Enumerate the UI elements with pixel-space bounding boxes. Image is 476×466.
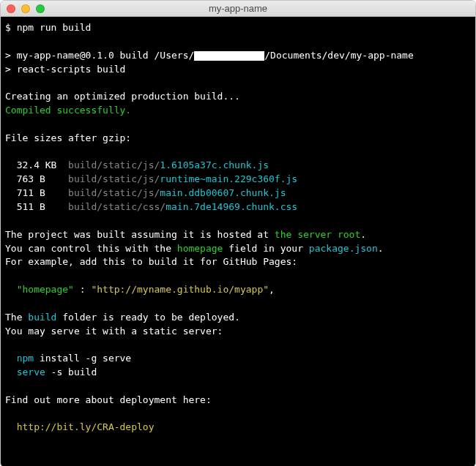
title-bar[interactable]: my-app-name (1, 1, 475, 17)
blank-line (5, 338, 471, 352)
serve-cmd: serve -s build (5, 366, 471, 380)
compiled-line: Compiled successfully. (5, 104, 471, 118)
deploy-link: http://bit.ly/CRA-deploy (5, 421, 471, 435)
creating-line: Creating an optimized production build..… (5, 90, 471, 104)
blank-line (5, 118, 471, 132)
info-line: Find out more about deployment here: (5, 394, 471, 407)
file-size-row: 711 B build/static/js/main.ddb00607.chun… (5, 187, 471, 200)
command-text: npm run build (17, 22, 92, 33)
traffic-lights (1, 4, 45, 13)
blank-line (5, 76, 471, 90)
file-size-row: 32.4 KB build/static/js/1.6105a37c.chunk… (5, 159, 471, 173)
sizes-header: File sizes after gzip: (5, 132, 471, 146)
homepage-example: "homepage" : "http://myname.github.io/my… (5, 283, 471, 297)
info-line: The project was built assuming it is hos… (5, 228, 471, 242)
info-line: You may serve it with a static server: (5, 325, 471, 339)
blank-line (5, 269, 471, 283)
file-size-row: 763 B build/static/js/runtime~main.229c3… (5, 173, 471, 187)
npm-script-line: > react-scripts build (5, 63, 471, 77)
blank-line (5, 35, 471, 49)
blank-line (5, 407, 471, 421)
file-size-row: 511 B build/static/css/main.7de14969.chu… (5, 200, 471, 214)
blank-line (5, 380, 471, 394)
npm-script-line: > my-app-name@0.1.0 build /Users//Docume… (5, 49, 471, 63)
zoom-icon[interactable] (36, 4, 45, 13)
info-line: You can control this with the homepage f… (5, 242, 471, 256)
blank-line (5, 297, 471, 311)
blank-line (5, 214, 471, 228)
terminal-window: my-app-name $ npm run build > my-app-nam… (0, 0, 476, 466)
prompt-symbol: $ (5, 22, 17, 33)
info-line: The build folder is ready to be deployed… (5, 311, 471, 325)
prompt-line: $ npm run build (5, 21, 471, 35)
serve-cmd: npm install -g serve (5, 352, 471, 366)
info-line: For example, add this to build it for Gi… (5, 255, 471, 269)
window-title: my-app-name (1, 3, 475, 14)
blank-line (5, 146, 471, 159)
close-icon[interactable] (7, 4, 15, 13)
redacted-username (194, 51, 264, 61)
terminal-body[interactable]: $ npm run build > my-app-name@0.1.0 buil… (1, 17, 475, 466)
minimize-icon[interactable] (21, 4, 30, 13)
